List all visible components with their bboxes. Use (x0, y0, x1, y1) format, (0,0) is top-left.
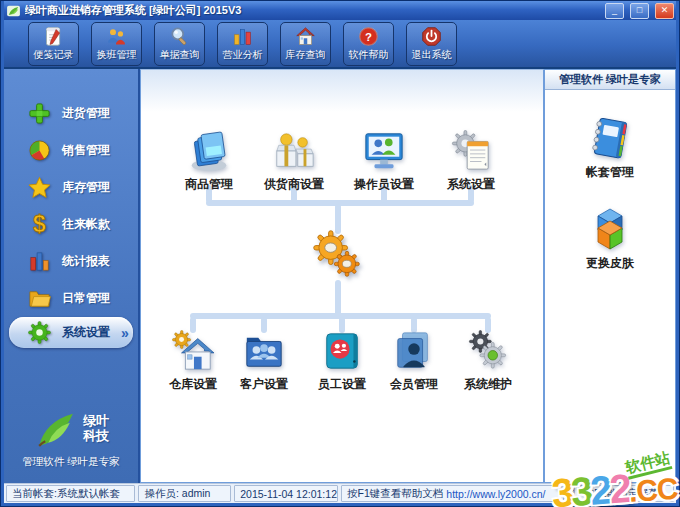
software-help-button[interactable]: ? 软件帮助 (343, 22, 394, 66)
node-label: 系统维护 (443, 376, 533, 393)
supplier-icon (273, 130, 315, 172)
toolbar-button-label: 退出系统 (412, 48, 452, 62)
right-panel-header: 管理软件 绿叶是专家 (545, 70, 675, 90)
sidebar-item-label: 统计报表 (62, 253, 110, 270)
node-goods-management[interactable]: 商品管理 (164, 130, 254, 193)
leaf-logo-icon (33, 409, 79, 449)
help-icon: ? (358, 26, 379, 47)
brand-name: 绿叶 科技 (83, 414, 109, 444)
gear-icon (28, 321, 51, 344)
people-swap-icon (106, 26, 127, 47)
toolbar-button-label: 营业分析 (223, 48, 263, 62)
chevron-right-icon: » (121, 325, 129, 341)
skin-blocks-icon (588, 207, 632, 251)
svg-text:?: ? (365, 30, 372, 42)
gears-icon (313, 230, 363, 280)
toolbar-button-label: 软件帮助 (349, 48, 389, 62)
main-panel: 商品管理 供货商设置 (140, 69, 544, 483)
sidebar-item-purchase[interactable]: 进货管理 (4, 95, 138, 132)
customer-folder-icon (243, 330, 285, 372)
member-cards-icon (393, 330, 435, 372)
right-panel-item-label: 帐套管理 (586, 164, 634, 181)
sidebar-item-label: 销售管理 (62, 142, 110, 159)
status-slogan: 专注完美 近乎苛求 (563, 485, 575, 502)
toolbar-button-label: 单据查询 (160, 48, 200, 62)
bar-chart-icon (232, 26, 253, 47)
restore-button[interactable]: □ (630, 3, 649, 19)
node-customer-settings[interactable]: 客户设置 (219, 330, 309, 393)
sidebar-item-sales[interactable]: 销售管理 (4, 132, 138, 169)
sidebar-item-daily[interactable]: 日常管理 (4, 280, 138, 317)
search-icon (169, 26, 190, 47)
inventory-query-button[interactable]: 库存查询 (280, 22, 331, 66)
business-analysis-button[interactable]: 营业分析 (217, 22, 268, 66)
status-lock-screen[interactable]: 按F2键锁定屏幕 (578, 485, 674, 502)
pie-icon (28, 139, 51, 162)
system-hub (313, 230, 363, 284)
sidebar-item-system-settings[interactable]: 系统设置 » (9, 317, 133, 348)
bars-icon (28, 250, 51, 273)
memo-icon (43, 26, 64, 47)
right-panel: 管理软件 绿叶是专家 帐套管理 (544, 69, 676, 483)
status-help-text: 按F1键查看帮助文档 (347, 487, 443, 501)
sidebar-item-reports[interactable]: 统计报表 (4, 243, 138, 280)
body: 进货管理 销售管理 库存管理 (4, 69, 676, 483)
close-button[interactable]: ✕ (655, 3, 674, 19)
node-system-settings[interactable]: 系统设置 (426, 130, 516, 193)
sidebar-item-label: 系统设置 (62, 324, 110, 341)
node-label: 系统设置 (426, 176, 516, 193)
sidebar-item-accounts[interactable]: $ 往来帐款 (4, 206, 138, 243)
status-bar: 当前帐套:系统默认帐套 操作员: admin 2015-11-04 12:01:… (4, 483, 676, 503)
node-system-maintenance[interactable]: 系统维护 (443, 330, 533, 393)
right-panel-item-label: 更换皮肤 (586, 255, 634, 272)
star-icon (28, 176, 51, 199)
sidebar-item-label: 往来帐款 (62, 216, 110, 233)
status-current-account: 当前帐套:系统默认帐套 (6, 485, 135, 502)
sidebar-item-label: 日常管理 (62, 290, 110, 307)
sidebar-item-stock[interactable]: 库存管理 (4, 169, 138, 206)
plus-icon (28, 102, 51, 125)
status-datetime: 2015-11-04 12:01:12 (234, 485, 338, 502)
toolbar-button-label: 换班管理 (97, 48, 137, 62)
account-book-icon (588, 116, 632, 160)
sidebar: 进货管理 销售管理 库存管理 (4, 69, 140, 483)
dollar-icon: $ (28, 213, 51, 236)
change-skin[interactable]: 更换皮肤 (545, 207, 675, 272)
sidebar-item-label: 库存管理 (62, 179, 110, 196)
node-label: 操作员设置 (339, 176, 429, 193)
staff-book-icon (321, 330, 363, 372)
toolbar-button-label: 便笺记录 (34, 48, 74, 62)
house-icon (295, 26, 316, 47)
connector-line (335, 280, 341, 316)
system-settings-icon (450, 130, 492, 172)
status-help: 按F1键查看帮助文档 http://www.ly2000.cn/ (341, 485, 560, 502)
status-operator: 操作员: admin (138, 485, 231, 502)
toolbar: 便笺记录 换班管理 单据查询 营业分析 (4, 20, 676, 69)
goods-books-icon (188, 130, 230, 172)
minimize-button[interactable]: _ (605, 3, 624, 19)
window-title: 绿叶商业进销存管理系统 [绿叶公司] 2015V3 (25, 3, 599, 18)
node-label: 商品管理 (164, 176, 254, 193)
node-operator-settings[interactable]: 操作员设置 (339, 130, 429, 193)
node-label: 客户设置 (219, 376, 309, 393)
sidebar-brand: 绿叶 科技 管理软件 绿叶是专家 (4, 409, 138, 469)
node-label: 供货商设置 (249, 176, 339, 193)
toolbar-button-label: 库存查询 (286, 48, 326, 62)
sidebar-item-label: 进货管理 (62, 105, 110, 122)
leaf-app-icon (6, 4, 21, 18)
node-supplier-settings[interactable]: 供货商设置 (249, 130, 339, 193)
shift-management-button[interactable]: 换班管理 (91, 22, 142, 66)
operator-monitor-icon (363, 130, 405, 172)
exit-system-button[interactable]: 退出系统 (406, 22, 457, 66)
memo-button[interactable]: 便笺记录 (28, 22, 79, 66)
warehouse-icon (172, 330, 214, 372)
account-set-management[interactable]: 帐套管理 (545, 116, 675, 181)
title-bar: 绿叶商业进销存管理系统 [绿叶公司] 2015V3 _ □ ✕ (4, 1, 676, 20)
maintenance-gears-icon (467, 330, 509, 372)
app-window: 绿叶商业进销存管理系统 [绿叶公司] 2015V3 _ □ ✕ 便笺记录 换班管… (0, 0, 680, 507)
status-help-link[interactable]: http://www.ly2000.cn/ (446, 488, 545, 500)
folder-icon (28, 287, 51, 310)
power-icon (421, 26, 442, 47)
brand-slogan: 管理软件 绿叶是专家 (4, 455, 138, 469)
document-query-button[interactable]: 单据查询 (154, 22, 205, 66)
